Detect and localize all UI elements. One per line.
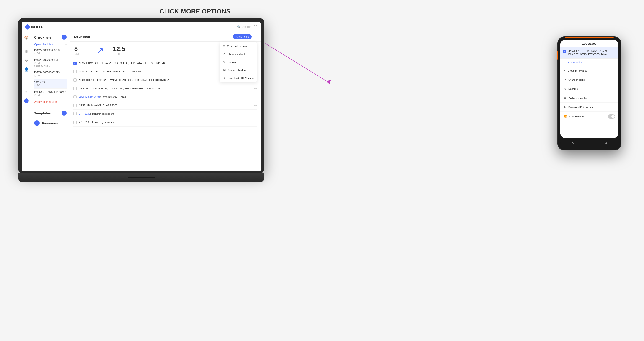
list-item[interactable]: PM05 - 000500001975 0/1	[34, 69, 66, 79]
phone-accent-left	[558, 51, 558, 60]
archived-checklists-header[interactable]: Archived checklists ›	[34, 98, 66, 105]
row-text: 70MEM320A-JG01: SW CRN of SEP area	[79, 96, 252, 98]
list-item[interactable]: PM02 - 000200036353 0/1	[34, 47, 66, 57]
phone-menu-item-offline[interactable]: 📶 Offline mode	[560, 112, 618, 122]
list-item[interactable]: PM02 - 000200035014 0/1 ⟨ Shared with 1	[34, 57, 66, 69]
phone-menu-item-group[interactable]: ≡ Group list by area	[560, 66, 618, 75]
status-dot-icon	[34, 94, 36, 96]
row-more-icon[interactable]: ⋯	[254, 120, 257, 124]
phone-menu-item-download[interactable]: ⬇ Download PDF Version	[560, 102, 618, 112]
stat-total-value: 8	[74, 45, 78, 53]
archive-icon: ▣	[223, 68, 226, 72]
row-checkbox[interactable]: ✓	[74, 62, 76, 65]
phone-menu-item-archive[interactable]: ▣ Archive checklist	[560, 94, 618, 102]
table-row[interactable]: 27FT3103: Transfer gas stream ⋯	[74, 118, 257, 126]
search-label[interactable]: Search	[242, 25, 251, 28]
row-text: NPS5: MAIN VALVE, CLASS 2000	[79, 104, 252, 107]
row-more-icon[interactable]: ⋯	[254, 104, 257, 107]
offline-toggle[interactable]	[608, 114, 615, 118]
menu-item-label: Share checklist	[568, 78, 586, 81]
table-row[interactable]: NPS2 BALL VALVE FB M, CLASS 1500, PER DA…	[74, 84, 257, 93]
item-link[interactable]: 27FT3102	[79, 112, 90, 115]
share-icon: ⟨	[34, 64, 35, 67]
item-link[interactable]: 70MEM320A-JG01	[79, 96, 100, 98]
add-checklist-button[interactable]: +	[62, 35, 66, 40]
dropdown-item-label: Archive checklist	[228, 68, 246, 71]
app-header: INFIELD 🔍 Search ⛶	[22, 22, 261, 32]
row-text: 27FT3102: Transfer gas stream	[79, 112, 252, 115]
phone-list-item[interactable]: ✓ NPS4 LARGE GLOBE VALVE, CLASS 1500, PE…	[560, 48, 618, 58]
open-checklists-header[interactable]: Open checklists ▾	[34, 42, 66, 47]
dropdown-item-rename[interactable]: ✎ Rename	[220, 58, 257, 66]
phone-add-item-button[interactable]: + + Add new item	[560, 58, 618, 66]
dropdown-item-download[interactable]: ⬇ Download PDF Version	[220, 74, 257, 82]
row-checkbox[interactable]	[74, 87, 76, 90]
row-checkbox[interactable]	[74, 95, 76, 98]
add-template-button[interactable]: +	[62, 110, 66, 116]
nav-templates-icon[interactable]: ≡	[24, 89, 29, 95]
nav-list-icon[interactable]: ▦	[24, 48, 29, 54]
logo-icon	[24, 24, 30, 30]
dropdown-item-group[interactable]: ≡ Group list by area	[220, 42, 257, 50]
svg-marker-3	[326, 80, 331, 84]
phone-back-button[interactable]: ←	[563, 42, 566, 45]
stat-percent: 12.5 %	[113, 45, 125, 56]
more-options-button[interactable]: ⋯	[254, 35, 257, 39]
row-more-icon[interactable]: ⋯	[254, 112, 257, 116]
nav-user-icon[interactable]: 👤	[24, 66, 29, 72]
checklists-header: Checklists +	[34, 35, 66, 40]
laptop-frame: INFIELD 🔍 Search ⛶ 🏠 ▦ ⚙ 👤	[18, 18, 264, 173]
row-checkbox[interactable]	[74, 112, 76, 115]
open-checklists-label: Open checklists	[34, 43, 54, 46]
phone-bottom-bar: ◁ ○ □	[560, 138, 618, 147]
item-status: 0/1	[34, 52, 66, 55]
dropdown-item-archive[interactable]: ▣ Archive checklist	[220, 66, 257, 74]
row-more-icon[interactable]: ⋯	[254, 86, 257, 90]
back-icon[interactable]: ◁	[572, 141, 574, 144]
nav-revisions-icon[interactable]: ›	[24, 98, 29, 103]
dropdown-item-label: Group list by area	[227, 45, 247, 48]
status-dot-icon	[34, 53, 36, 54]
menu-item-label: Group list by area	[568, 69, 588, 72]
phone-container: ← 13GB1090 ⋯ ✓ NPS4 LARGE GLOBE VALVE, C…	[558, 36, 621, 150]
nav-settings-icon[interactable]: ⚙	[24, 58, 29, 63]
phone-menu: ≡ Group list by area ↗ Share checklist ✎…	[560, 66, 618, 122]
phone-item-more-icon[interactable]: ⋯	[613, 50, 616, 53]
row-checkbox[interactable]	[74, 120, 76, 124]
revisions-icon: ›	[34, 120, 40, 126]
row-more-icon[interactable]: ⋯	[254, 95, 257, 99]
checklists-section: Checklists + Open checklists ▾ PM02 - 00…	[31, 32, 70, 108]
recents-icon[interactable]: □	[605, 141, 607, 144]
phone-menu-item-share[interactable]: ↗ Share checklist	[560, 75, 618, 84]
item-name: PM05 - 000500001975	[34, 71, 66, 74]
list-item[interactable]: PM JOB TRANSFER PUMP 0/1	[34, 89, 66, 98]
phone-screen: ← 13GB1090 ⋯ ✓ NPS4 LARGE GLOBE VALVE, C…	[560, 40, 618, 138]
arrow-icon: ↗	[97, 46, 104, 55]
revisions-section[interactable]: › Revisions	[31, 118, 70, 128]
row-checkbox[interactable]	[74, 104, 76, 107]
phone-header: ← 13GB1090 ⋯	[560, 40, 618, 48]
nav-home-icon[interactable]: 🏠	[24, 35, 29, 40]
search-icon: 🔍	[237, 25, 241, 28]
laptop-hinge	[128, 177, 155, 178]
table-row[interactable]: NPS5: MAIN VALVE, CLASS 2000 ⋯	[74, 101, 257, 110]
main-content: 13GB1090 + Add Items ⋯ ≡ Group list by a…	[70, 32, 261, 172]
dropdown-menu: ≡ Group list by area ↗ Share checklist ✎…	[220, 42, 257, 82]
row-checkbox[interactable]	[74, 78, 76, 82]
status-dot-icon	[34, 75, 36, 76]
dropdown-item-label: Share checklist	[228, 53, 245, 56]
dropdown-item-share[interactable]: ↗ Share checklist	[220, 50, 257, 58]
phone-checkbox[interactable]: ✓	[563, 50, 566, 53]
home-icon[interactable]: ○	[588, 141, 590, 144]
table-row[interactable]: 27FT3102: Transfer gas stream ⋯	[74, 110, 257, 118]
phone-more-button[interactable]: ⋯	[612, 42, 616, 45]
phone-menu-item-rename[interactable]: ✎ Rename	[560, 84, 618, 94]
row-checkbox[interactable]	[74, 70, 76, 73]
add-items-button[interactable]: + Add Items	[233, 34, 252, 39]
fullscreen-icon[interactable]: ⛶	[254, 25, 257, 29]
phone-content: ✓ NPS4 LARGE GLOBE VALVE, CLASS 1500, PE…	[560, 48, 618, 138]
menu-item-label: Rename	[568, 88, 578, 90]
table-row[interactable]: 70MEM320A-JG01: SW CRN of SEP area ⋯	[74, 93, 257, 101]
chevron-right-icon: ›	[66, 100, 66, 104]
list-item[interactable]: 13GB1090 1/8	[34, 79, 66, 89]
